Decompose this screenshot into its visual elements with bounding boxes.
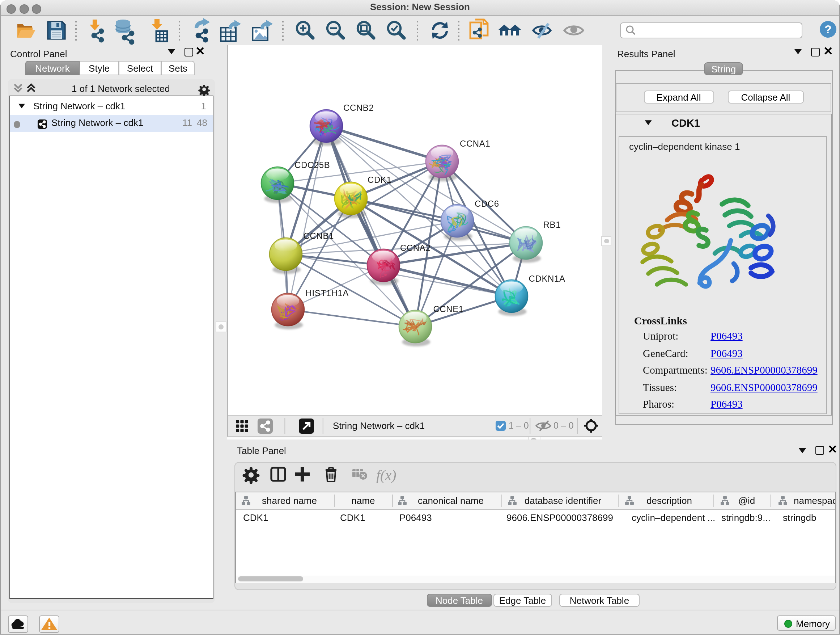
svg-text:9606.ENSP00000378699: 9606.ENSP00000378699 (507, 512, 613, 523)
svg-text:@id: @id (738, 495, 755, 506)
svg-text:HIST1H1A: HIST1H1A (306, 288, 349, 298)
svg-text:stringdb:9...: stringdb:9... (722, 512, 771, 523)
svg-text:1 – 0: 1 – 0 (508, 420, 529, 431)
svg-text:CDC6: CDC6 (475, 199, 499, 209)
svg-text:canonical name: canonical name (418, 495, 484, 506)
svg-text:f(x): f(x) (376, 467, 396, 483)
svg-text:stringdb: stringdb (783, 512, 816, 523)
svg-text:CCNB1: CCNB1 (303, 231, 334, 241)
svg-text:RB1: RB1 (543, 220, 561, 230)
svg-text:CCNA1: CCNA1 (460, 139, 490, 149)
svg-text:database identifier: database identifier (524, 495, 602, 506)
svg-text:CDK1: CDK1 (243, 512, 268, 523)
svg-text:CCNB2: CCNB2 (343, 103, 374, 112)
svg-text:String Network – cdk1: String Network – cdk1 (333, 420, 425, 431)
svg-text:shared name: shared name (262, 495, 317, 506)
svg-text:0 – 0: 0 – 0 (554, 420, 574, 431)
svg-text:CDKN1A: CDKN1A (529, 274, 565, 283)
svg-text:CDC25B: CDC25B (294, 160, 330, 170)
svg-text:CCNA2: CCNA2 (400, 243, 431, 253)
svg-text:CDK1: CDK1 (368, 175, 392, 185)
svg-text:description: description (646, 495, 692, 506)
svg-text:CDK1: CDK1 (340, 512, 365, 523)
svg-text:name: name (351, 495, 375, 506)
svg-text:cyclin–dependent ...: cyclin–dependent ... (632, 512, 715, 523)
svg-text:P06493: P06493 (399, 512, 432, 523)
svg-text:CCNE1: CCNE1 (433, 304, 463, 314)
svg-text:namespace: namespace (794, 495, 835, 506)
